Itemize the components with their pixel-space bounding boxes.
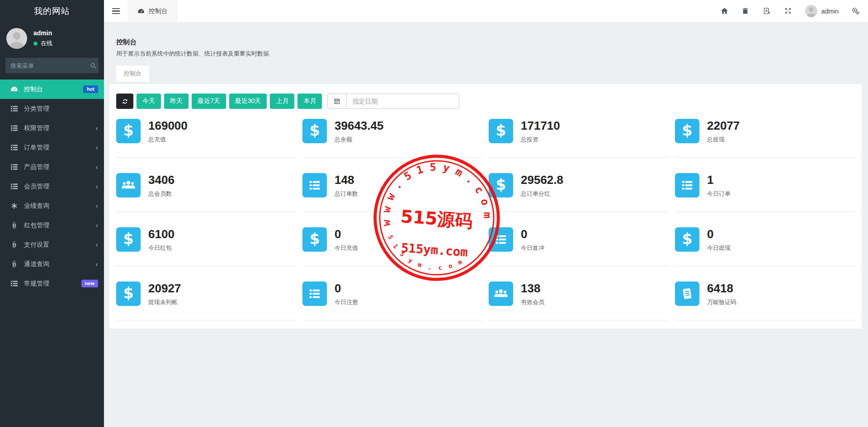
svg-text:B: B [12,222,16,229]
avatar [805,5,817,17]
stat-label: 总余额 [335,136,383,144]
sidebar-item-general[interactable]: 常规管理 new [0,274,104,293]
range-thismonth-button[interactable]: 本月 [297,94,322,109]
navbar-tab-console[interactable]: 控制台 [127,0,178,23]
chevron-left-icon: ‹ [95,144,98,151]
stat-value: 0 [335,228,358,241]
th-list-icon [10,163,18,171]
sidebar-item-label: 业绩查询 [24,202,49,210]
sidebar-item-orders[interactable]: 订单管理 ‹ [0,138,104,157]
stat-label: 万能验证码 [707,298,736,306]
list-icon [302,173,327,197]
stat-card-pending-withdraw: $ 20927 提现未到帐 [116,276,296,330]
stat-card-total-withdraw: $ 22077 总提现 [675,113,855,168]
search-icon[interactable] [90,62,97,69]
sidebar-item-performance[interactable]: 业绩查询 ‹ [0,196,104,216]
stat-value: 169000 [148,119,188,132]
sidebar-item-permissions[interactable]: 权限管理 ‹ [0,118,104,138]
stat-label: 总会员数 [148,190,175,198]
list-icon [489,227,513,252]
hamburger-icon[interactable] [104,0,127,23]
page-subtitle: 用于展示当前系统中的统计数据、统计报表及重要实时数据 [116,50,868,58]
th-list-icon [10,183,18,191]
refresh-button[interactable] [116,94,133,109]
sidebar-item-label: 产品管理 [24,163,49,171]
tabstrip: 控制台 [104,66,868,82]
new-badge: new [81,280,98,287]
stat-value: 22077 [707,119,740,132]
sidebar-item-members[interactable]: 会员管理 ‹ [0,177,104,196]
range-today-button[interactable]: 今天 [137,94,161,109]
date-input[interactable] [346,94,459,109]
chevron-left-icon: ‹ [95,163,98,171]
stat-value: 171710 [521,119,560,132]
stat-value: 148 [335,174,358,187]
range-lastmonth-button[interactable]: 上月 [270,94,294,109]
tab-console[interactable]: 控制台 [116,66,149,82]
chevron-left-icon: ‹ [95,202,98,210]
navbar-user[interactable]: admin [805,5,839,17]
date-toolbar: 今天 昨天 最近7天 最近30天 上月 本月 [109,84,862,109]
stat-label: 总订单数 [335,190,358,198]
list-icon [302,282,327,306]
stat-label: 总订单分红 [521,190,563,198]
users-icon [116,173,141,197]
users-icon [489,282,513,306]
book-icon [675,282,699,306]
refresh-icon [122,98,128,105]
sidebar-item-payment[interactable]: B 支付设置 ‹ [0,235,104,254]
date-picker-group [327,94,459,109]
stats-grid: $ 169000 总充值 $ 39643.45 总余额 $ 171710 总投资… [109,109,862,330]
th-list-icon [10,144,18,152]
sidebar-item-channels[interactable]: B 通道查询 ‹ [0,254,104,274]
stat-value: 0 [707,228,731,241]
range-30days-button[interactable]: 最近30天 [229,94,267,109]
dollar-icon: $ [489,173,513,197]
navbar-actions: A admin [720,5,868,17]
sidebar-item-categories[interactable]: 分类管理 [0,99,104,118]
chevron-left-icon: ‹ [95,183,98,190]
sidebar-item-label: 分类管理 [24,105,49,113]
fullscreen-icon[interactable] [784,7,793,15]
stat-label: 今日提现 [707,244,731,252]
svg-text:B: B [12,242,16,248]
sidebar-item-label: 订单管理 [24,144,49,152]
clear-cache-icon[interactable]: A [763,7,771,15]
sidebar-item-label: 支付设置 [24,241,49,249]
stat-label: 提现未到帐 [148,298,181,306]
sidebar-item-products[interactable]: 产品管理 ‹ [0,157,104,177]
sidebar-menu: 控制台 hot 分类管理 权限管理 ‹ 订单管理 ‹ [0,80,104,293]
home-icon[interactable] [720,7,729,15]
avatar [6,28,27,49]
sidebar-item-label: 通道查询 [24,260,49,268]
stat-value: 138 [521,282,544,295]
search-input[interactable] [10,62,90,69]
user-panel: admin 在线 [0,23,104,55]
sidebar-item-redpacket[interactable]: B 红包管理 ‹ [0,216,104,235]
stat-label: 总充值 [148,136,188,144]
svg-text:A: A [765,9,768,13]
list-icon [675,173,699,197]
stat-card-today-register: 0 今日注册 [302,276,482,330]
navbar-user-name: admin [821,8,839,15]
stat-label: 总投资 [521,136,560,144]
calendar-icon[interactable] [327,94,346,109]
asterisk-icon [10,202,18,210]
stat-label: 总提现 [707,136,740,144]
site-title: 我的网站 [0,0,104,23]
stat-card-master-code: 6418 万能验证码 [675,276,855,330]
sidebar-item-console[interactable]: 控制台 hot [0,80,104,99]
range-7days-button[interactable]: 最近7天 [192,94,226,109]
dollar-icon: $ [116,119,141,143]
main-content: 控制台 用于展示当前系统中的统计数据、统计报表及重要实时数据 控制台 今天 昨天… [104,23,868,427]
chevron-left-icon: ‹ [95,221,98,229]
gears-icon[interactable] [851,7,860,15]
user-name: admin [33,29,52,37]
trash-icon[interactable] [741,7,750,15]
page-title: 控制台 [116,38,868,47]
stat-card-total-members: 3406 总会员数 [116,168,296,222]
sidebar-item-label: 控制台 [24,85,43,94]
sidebar-search[interactable] [5,58,99,73]
range-yesterday-button[interactable]: 昨天 [164,94,189,109]
stat-card-today-redpacket: $ 6100 今日红包 [116,222,296,276]
